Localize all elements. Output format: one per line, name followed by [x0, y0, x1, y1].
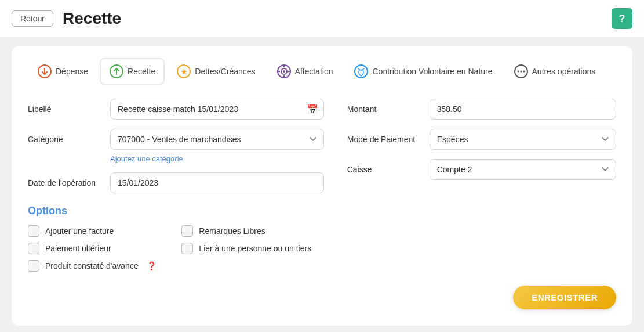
tab-dettes-label: Dettes/Créances [195, 67, 255, 76]
options-grid: Ajouter une facture Remarques Libres Pai… [28, 225, 324, 272]
tab-navigation: Dépense Recette ★ Dettes/Créances [28, 58, 616, 85]
add-category-link[interactable]: Ajoutez une catégorie [110, 154, 324, 163]
option-remarques: Remarques Libres [181, 225, 323, 237]
option-facture-label: Ajouter une facture [45, 226, 114, 236]
date-row: Date de l'opération [28, 172, 324, 193]
montant-input-wrap [430, 99, 616, 120]
mode-paiement-row: Mode de Paiement Espèces [347, 129, 616, 150]
header: Retour Recette ? [0, 0, 644, 37]
svg-point-16 [520, 71, 522, 73]
caisse-label: Caisse [347, 159, 423, 174]
svg-text:★: ★ [181, 68, 187, 76]
calendar-icon: 📅 [307, 104, 318, 115]
svg-point-17 [523, 71, 525, 73]
form-body: Libellé 📅 Catégorie 707000 - Ventes de m… [28, 99, 616, 272]
option-lier-row: Lier à une personne ou un tiers [181, 243, 323, 254]
produit-help-icon[interactable]: ❓ [147, 261, 157, 270]
date-input-wrap [110, 172, 324, 193]
form-right: Montant Mode de Paiement Espèces Caisse [347, 99, 616, 272]
option-remarques-label: Remarques Libres [199, 226, 265, 236]
montant-row: Montant [347, 99, 616, 120]
tab-depense-label: Dépense [56, 67, 88, 76]
checkbox-paiement[interactable] [28, 243, 39, 254]
save-button[interactable]: ENREGISTRER [513, 286, 616, 309]
svg-point-15 [517, 71, 519, 73]
options-section: Options Ajouter une facture Remarques Li… [28, 205, 324, 272]
option-facture: Ajouter une facture [28, 225, 170, 237]
tab-autres[interactable]: Autres opérations [504, 58, 605, 85]
tab-dettes[interactable]: ★ Dettes/Créances [167, 58, 264, 85]
tab-recette-label: Recette [128, 67, 155, 76]
libelle-row: Libellé 📅 [28, 99, 324, 120]
options-title: Options [28, 205, 324, 217]
libelle-input[interactable] [110, 99, 324, 120]
mode-paiement-label: Mode de Paiement [347, 129, 423, 144]
caisse-select-wrap: Compte 2 [430, 159, 616, 180]
mode-paiement-select-wrap: Espèces [430, 129, 616, 150]
categorie-row: Catégorie 707000 - Ventes de marchandise… [28, 129, 324, 150]
main-card: Dépense Recette ★ Dettes/Créances [12, 46, 632, 326]
checkbox-lier[interactable] [181, 243, 193, 254]
depense-icon [37, 64, 52, 79]
option-lier-label: Lier à une personne ou un tiers [199, 244, 311, 253]
montant-label: Montant [347, 99, 423, 114]
help-button[interactable]: ? [612, 8, 632, 29]
page-title: Recette [63, 9, 121, 28]
checkbox-facture[interactable] [28, 225, 39, 237]
mode-paiement-select[interactable]: Espèces [430, 129, 616, 150]
header-left: Retour Recette [12, 9, 121, 28]
tab-cvn[interactable]: Contribution Volontaire en Nature [344, 58, 501, 85]
checkbox-produit[interactable] [28, 260, 39, 272]
tab-recette[interactable]: Recette [100, 58, 165, 85]
cvn-icon [354, 64, 369, 79]
checkbox-remarques[interactable] [181, 225, 193, 237]
libelle-label: Libellé [28, 99, 103, 114]
option-paiement-label: Paiement ultérieur [45, 244, 111, 253]
date-label: Date de l'opération [28, 172, 103, 187]
tab-affectation-label: Affectation [295, 67, 333, 76]
tab-depense[interactable]: Dépense [28, 58, 97, 85]
tab-affectation[interactable]: Affectation [267, 58, 343, 85]
form-left: Libellé 📅 Catégorie 707000 - Ventes de m… [28, 99, 324, 272]
date-input[interactable] [110, 172, 324, 193]
caisse-row: Caisse Compte 2 [347, 159, 616, 180]
back-button[interactable]: Retour [12, 10, 53, 27]
tab-cvn-label: Contribution Volontaire en Nature [372, 67, 492, 76]
dettes-icon: ★ [176, 64, 191, 79]
recette-icon [109, 64, 124, 79]
categorie-select-wrap: 707000 - Ventes de marchandises [110, 129, 324, 150]
option-produit-label: Produit constaté d'avance [45, 261, 139, 270]
categorie-select[interactable]: 707000 - Ventes de marchandises [110, 129, 324, 150]
option-paiement: Paiement ultérieur [28, 243, 170, 254]
tab-autres-label: Autres opérations [532, 67, 596, 76]
libelle-input-wrap: 📅 [110, 99, 324, 120]
categorie-label: Catégorie [28, 129, 103, 144]
autres-icon [514, 64, 529, 79]
caisse-select[interactable]: Compte 2 [430, 159, 616, 180]
option-produit: Produit constaté d'avance ❓ [28, 260, 170, 272]
svg-point-8 [283, 70, 285, 73]
card-footer: ENREGISTRER [28, 286, 616, 309]
affectation-icon [276, 64, 292, 79]
montant-input[interactable] [430, 99, 616, 120]
